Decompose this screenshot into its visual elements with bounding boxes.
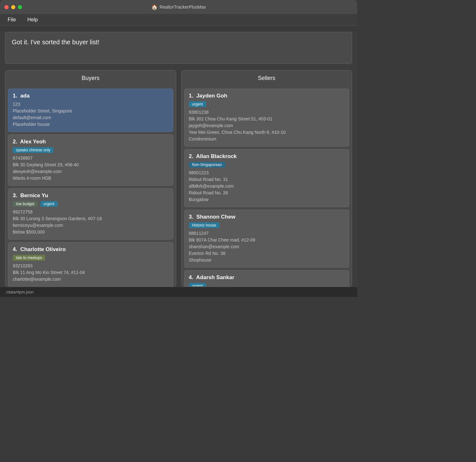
main-panels: Buyers 1. ada 123 Placeholder Street, Si… bbox=[5, 70, 352, 287]
badge-speaks-chinese: speaks chinese only bbox=[13, 147, 54, 153]
seller-3-name: 3. Shannon Chew bbox=[189, 214, 345, 220]
menu-help[interactable]: Help bbox=[25, 16, 40, 24]
status-path: ./data/rtpm.json bbox=[5, 290, 34, 294]
seller-1-address: Blk 302 Choa Chu Kang Street 51, #03-01 bbox=[189, 116, 345, 122]
seller-2-name: 2. Allan Blackrock bbox=[189, 153, 345, 160]
seller-card-3[interactable]: 3. Shannon Chew Historic house 88811247 … bbox=[184, 210, 350, 268]
buyer-2-name: 2. Alex Yeoh bbox=[13, 139, 169, 145]
minimize-button[interactable] bbox=[11, 5, 15, 9]
buyer-4-phone: 93210283 bbox=[13, 263, 169, 269]
window-controls bbox=[4, 5, 22, 9]
sellers-list[interactable]: 1. Jayden Goh urgent 93801238 Blk 302 Ch… bbox=[182, 86, 352, 286]
badge-historic-house: Historic house bbox=[189, 222, 220, 228]
buyer-card-2[interactable]: 2. Alex Yeoh speaks chinese only 8743880… bbox=[8, 134, 173, 186]
seller-3-type: Shophouse bbox=[189, 257, 345, 263]
response-box: Got it. I've sorted the buyer list! bbox=[5, 32, 352, 64]
buyers-list[interactable]: 1. ada 123 Placeholder Street, Singapore… bbox=[5, 86, 176, 286]
buyer-3-name: 3. Bernice Yu bbox=[13, 192, 169, 199]
seller-4-name: 4. Adarsh Sankar bbox=[189, 274, 345, 281]
buyer-2-address: Blk 30 Geylang Street 29, #06-40 bbox=[13, 162, 169, 168]
menu-bar: File Help bbox=[0, 14, 357, 25]
buyer-4-badges: late to meetups bbox=[13, 255, 169, 263]
seller-1-phone: 93801238 bbox=[189, 109, 345, 116]
buyer-1-email: default@email.com bbox=[13, 114, 169, 121]
badge-non-singaporean: Non-Singaporean bbox=[189, 162, 225, 168]
seller-2-address: Ridout Road No. 31 bbox=[189, 176, 345, 183]
buyer-1-notes: Placeholder house bbox=[13, 121, 169, 128]
buyers-header: Buyers bbox=[5, 70, 176, 86]
seller-card-4[interactable]: 4. Adarsh Sankar urgent bbox=[184, 270, 350, 286]
seller-card-2[interactable]: 2. Allan Blackrock Non-Singaporean 98001… bbox=[184, 149, 350, 207]
buyer-card-1[interactable]: 1. ada 123 Placeholder Street, Singapore… bbox=[8, 89, 173, 132]
seller-1-type: Condominium bbox=[189, 136, 345, 142]
buyers-panel: Buyers 1. ada 123 Placeholder Street, Si… bbox=[5, 70, 176, 287]
seller-1-name: 1. Jayden Goh bbox=[189, 93, 345, 99]
app-icon: 🏠 bbox=[151, 4, 158, 10]
buyer-3-notes: Below $500,000 bbox=[13, 229, 169, 235]
seller-2-looking: Ridout Road No. 26 bbox=[189, 190, 345, 196]
badge-low-budget: low budget bbox=[13, 201, 38, 207]
buyer-3-badges: low budget urgent bbox=[13, 201, 169, 209]
seller-2-email: allblkrk@example.com bbox=[189, 183, 345, 190]
seller-3-email: shanshan@example.com bbox=[189, 243, 345, 250]
buyer-3-address: Blk 30 Lorong 3 Serangoon Gardens, #07-1… bbox=[13, 215, 169, 222]
buyer-2-email: alexyeoh@example.com bbox=[13, 168, 169, 175]
badge-urgent-seller1: urgent bbox=[189, 101, 206, 107]
badge-late-meetups: late to meetups bbox=[13, 255, 45, 261]
buyer-2-badges: speaks chinese only bbox=[13, 147, 169, 155]
buyer-2-notes: Wants 4-room HDB bbox=[13, 175, 169, 182]
badge-urgent-seller4: urgent bbox=[189, 283, 206, 286]
seller-1-looking: Yew Mei Green, Choa Chu Kang North 6, #1… bbox=[189, 129, 345, 136]
seller-card-1[interactable]: 1. Jayden Goh urgent 93801238 Blk 302 Ch… bbox=[184, 89, 350, 147]
status-bar: ./data/rtpm.json bbox=[0, 287, 357, 297]
seller-3-phone: 88811247 bbox=[189, 230, 345, 237]
window-title: 🏠 RealtorTrackerPlusMax bbox=[151, 4, 206, 10]
buyer-4-email: charlotte@example.com bbox=[13, 276, 169, 283]
sellers-header: Sellers bbox=[182, 70, 352, 86]
seller-2-phone: 98001223 bbox=[189, 170, 345, 176]
buyer-4-address: Blk 11 Ang Mo Kio Street 74, #11-04 bbox=[13, 269, 169, 276]
maximize-button[interactable] bbox=[18, 5, 22, 9]
buyer-card-4[interactable]: 4. Charlotte Oliveiro late to meetups 93… bbox=[8, 242, 173, 286]
seller-2-type: Bungalow bbox=[189, 196, 345, 203]
response-text: Got it. I've sorted the buyer list! bbox=[12, 39, 99, 46]
menu-file[interactable]: File bbox=[5, 16, 18, 24]
buyer-4-name: 4. Charlotte Oliveiro bbox=[13, 246, 169, 253]
title-bar: 🏠 RealtorTrackerPlusMax bbox=[0, 0, 357, 14]
seller-3-looking: Everton Rd No. 36 bbox=[189, 250, 345, 257]
buyer-card-3[interactable]: 3. Bernice Yu low budget urgent 99272758… bbox=[8, 188, 173, 240]
seller-4-badges: urgent bbox=[189, 283, 345, 286]
buyer-1-address: Placeholder Street, Singapore bbox=[13, 108, 169, 114]
buyer-3-email: berniceyu@example.com bbox=[13, 222, 169, 229]
window-body: Got it. I've sorted the buyer list! Buye… bbox=[0, 32, 357, 287]
seller-2-badges: Non-Singaporean bbox=[189, 162, 345, 170]
seller-3-address: Blk 807A Chai Chee road, #12-09 bbox=[189, 237, 345, 243]
buyer-3-phone: 99272758 bbox=[13, 209, 169, 215]
sellers-panel: Sellers 1. Jayden Goh urgent 93801238 Bl… bbox=[181, 70, 352, 287]
badge-urgent-buyer3: urgent bbox=[40, 201, 58, 207]
buyer-1-phone: 123 bbox=[13, 101, 169, 108]
seller-1-badges: urgent bbox=[189, 101, 345, 109]
seller-3-badges: Historic house bbox=[189, 222, 345, 230]
buyer-1-name: 1. ada bbox=[13, 93, 169, 99]
seller-1-email: jaygoh@example.com bbox=[189, 122, 345, 129]
buyer-2-phone: 87438807 bbox=[13, 155, 169, 162]
close-button[interactable] bbox=[4, 5, 9, 9]
